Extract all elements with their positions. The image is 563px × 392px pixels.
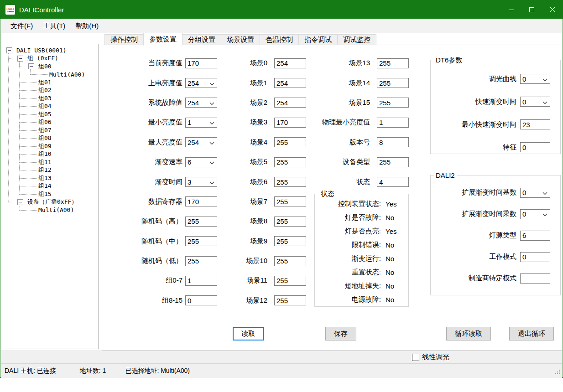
scene-6-input[interactable] [274, 177, 306, 187]
tab-5[interactable]: 指令调试 [298, 34, 338, 45]
dali2-3-input[interactable] [520, 252, 550, 262]
tree-item-5[interactable]: 组02 [3, 87, 99, 95]
scene-8-input[interactable] [274, 217, 306, 227]
tree-item-3[interactable]: Multi(A00) [3, 71, 99, 79]
scene-b-4-input[interactable] [377, 137, 409, 147]
scene-b-0-input[interactable] [377, 58, 409, 68]
tree-item-11[interactable]: 组08 [3, 134, 99, 143]
menu-help[interactable]: 帮助(H) [70, 20, 104, 32]
linear-dimming-checkbox[interactable] [412, 354, 419, 361]
menu-tools[interactable]: 工具(T) [38, 20, 70, 32]
status-label-2: 灯是否点亮: [315, 227, 386, 236]
scene-label-9: 场景9 [231, 237, 274, 246]
tab-1[interactable]: 参数设置 [143, 33, 182, 46]
scene-0-input[interactable] [274, 58, 306, 68]
menu-file[interactable]: 文件(F) [5, 20, 38, 32]
param-11-input[interactable] [185, 276, 217, 286]
tree-item-17[interactable]: 组14 [3, 182, 99, 191]
loop-read-button[interactable]: 循环读取 [446, 327, 491, 340]
scene-label-6: 场景6 [231, 178, 274, 186]
maximize-button[interactable] [521, 0, 542, 19]
save-button[interactable]: 保存 [325, 327, 356, 340]
param-row-11: 组0-7 [127, 276, 217, 286]
tree-collapse-icon[interactable] [28, 63, 34, 69]
param-0-input[interactable] [185, 58, 217, 68]
dali2-4-input[interactable] [520, 273, 550, 284]
tree-item-14[interactable]: 组11 [3, 158, 99, 166]
scene-row-9: 场景9 [231, 236, 306, 246]
scene-b-2-input[interactable] [377, 98, 409, 108]
scene-5-input[interactable] [274, 157, 306, 167]
param-3-combobox[interactable]: 1 [185, 118, 217, 128]
exit-loop-button[interactable]: 退出循环 [509, 327, 554, 340]
param-8-input[interactable] [185, 217, 217, 227]
param-10-input[interactable] [185, 256, 217, 266]
param-9-input[interactable] [185, 236, 217, 246]
scene-b-6-input[interactable] [377, 177, 409, 187]
read-button[interactable]: 读取 [233, 327, 264, 340]
scene-3-input[interactable] [274, 118, 306, 128]
scene-10-input[interactable] [274, 256, 306, 266]
tree-item-6[interactable]: 组03 [3, 94, 99, 103]
scene-b-3-input[interactable] [377, 118, 409, 128]
tab-3[interactable]: 场景设置 [221, 34, 260, 45]
scene-4-input[interactable] [274, 137, 306, 147]
param-12-input[interactable] [185, 295, 217, 305]
tree-item-4[interactable]: 组01 [3, 78, 99, 87]
scene-b-1-input[interactable] [377, 78, 409, 88]
tree-item-0[interactable]: DALI USB(0001) [3, 46, 99, 55]
tree-item-15[interactable]: 组12 [3, 166, 99, 175]
tree-item-16[interactable]: 组13 [3, 174, 99, 182]
tab-4[interactable]: 色温控制 [260, 34, 299, 45]
chevron-down-icon [209, 158, 214, 166]
param-4-combobox[interactable]: 254 [185, 137, 217, 147]
scene-9-input[interactable] [274, 236, 306, 246]
tree-collapse-icon[interactable] [6, 47, 12, 53]
close-button[interactable] [542, 0, 563, 19]
tree-item-20[interactable]: Multi(A00) [3, 206, 99, 214]
param-row-7: 数据寄存器 [127, 196, 217, 206]
dt6-1-combobox[interactable]: 0 [520, 97, 550, 107]
scene-1-input[interactable] [274, 78, 306, 88]
param-5-combobox[interactable]: 6 [185, 157, 217, 167]
tree-collapse-icon[interactable] [17, 56, 23, 62]
minimize-button[interactable] [501, 0, 521, 19]
tree-collapse-icon[interactable] [17, 199, 23, 205]
dt6-group-title: DT6参数 [434, 56, 464, 65]
tree-item-7[interactable]: 组04 [3, 103, 99, 111]
tree-item-13[interactable]: 组10 [3, 150, 99, 159]
dt6-0-combobox[interactable]: 0 [520, 74, 550, 84]
status-group-box: 控制装置状态:Yes灯是否故障:No灯是否点亮:Yes限制错误:No渐变运行:N… [314, 194, 409, 307]
param-2-combobox[interactable]: 254 [185, 98, 217, 108]
tree-item-19[interactable]: 设备（广播0xFF） [3, 198, 99, 206]
tree-item-9[interactable]: 组06 [3, 119, 99, 127]
scene-11-input[interactable] [274, 276, 306, 286]
param-7-input[interactable] [185, 196, 217, 206]
tree-item-2[interactable]: 组00 [3, 62, 99, 71]
chevron-down-icon [542, 189, 547, 196]
dt6-3-input[interactable] [520, 142, 550, 152]
status-row-3: 限制错误:No [315, 241, 408, 249]
param-6-combobox[interactable]: 3 [185, 177, 217, 187]
dali2-1-combobox[interactable]: 0 [520, 209, 550, 219]
tree-item-12[interactable]: 组09 [3, 142, 99, 150]
scene-2-input[interactable] [274, 98, 306, 108]
tab-2[interactable]: 分组设置 [182, 34, 221, 45]
tree-item-10[interactable]: 组07 [3, 126, 99, 134]
tree-item-1[interactable]: 组 (0xFF) [3, 55, 99, 63]
dt6-2-input[interactable] [520, 119, 550, 129]
tab-6[interactable]: 调试监控 [337, 34, 376, 45]
tree-item-8[interactable]: 组05 [3, 110, 99, 119]
dali2-2-input[interactable] [520, 231, 550, 241]
dali2-0-combobox[interactable]: 0 [520, 188, 550, 198]
tree-connector [8, 58, 14, 59]
tree-item-18[interactable]: 组15 [3, 190, 99, 198]
tree-item-label: 设备（广播0xFF） [27, 198, 77, 206]
resize-grip-icon[interactable] [555, 369, 560, 376]
tab-0[interactable]: 操作控制 [104, 34, 144, 45]
param-1-combobox[interactable]: 254 [185, 78, 217, 88]
param-row-5: 渐变速率6 [127, 157, 217, 167]
scene-12-input[interactable] [274, 295, 306, 305]
scene-7-input[interactable] [274, 196, 306, 206]
scene-b-5-input[interactable] [377, 157, 409, 167]
